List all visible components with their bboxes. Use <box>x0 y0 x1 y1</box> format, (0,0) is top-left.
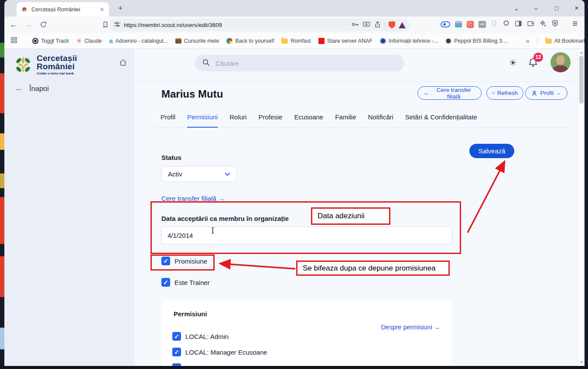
forward-button[interactable]: → <box>23 19 34 30</box>
bookmark-stare-server-anaf[interactable]: Stare server ANAF <box>318 38 373 44</box>
location-pin-icon[interactable] <box>491 20 498 29</box>
tab-familie[interactable]: Familie <box>335 113 356 127</box>
adservio-icon: a <box>109 38 113 44</box>
permissions-card: Permisiuni Despre permisiuni → ✓ LOCAL: … <box>161 300 452 366</box>
tab-profil[interactable]: Profil <box>161 113 175 127</box>
peppol-icon <box>445 38 451 44</box>
browser-menu-icon[interactable]: ≡ <box>572 18 578 29</box>
claude-icon: ✳ <box>76 38 82 44</box>
extensions-row: </> <box>441 20 559 29</box>
share-icon[interactable] <box>374 21 381 30</box>
window-close-button[interactable]: × <box>571 3 583 14</box>
tab-close-icon[interactable]: × <box>99 6 105 13</box>
person-icon <box>531 90 537 96</box>
tab-setari-confidentialitate[interactable]: Setări & Confidențialitate <box>405 113 477 127</box>
notification-badge: 12 <box>533 53 543 62</box>
save-button[interactable]: Salvează <box>469 144 514 158</box>
screenshot-extension-icon[interactable] <box>467 21 474 28</box>
permissions-title: Permisiuni <box>174 310 207 318</box>
trainer-checkbox-row[interactable]: ✓ Este Trainer <box>161 278 210 287</box>
bookmark-toggl-track[interactable]: Toggl Track <box>32 38 69 44</box>
bookmark-romfast[interactable]: Romfast <box>281 38 311 44</box>
annotation-rect-date-section <box>150 201 461 254</box>
wallet-icon[interactable] <box>527 20 534 29</box>
leo-ai-sparkle-icon[interactable] <box>539 20 547 29</box>
printer-extension-icon[interactable] <box>455 21 462 27</box>
all-bookmarks-button[interactable]: All Bookmarks <box>537 37 585 45</box>
status-label: Status <box>161 154 181 161</box>
scroll-down-icon[interactable]: ▼ <box>578 360 585 364</box>
sidebar-panel-icon[interactable] <box>515 20 522 29</box>
status-select[interactable]: Activ <box>161 166 237 182</box>
colorful-icon <box>226 38 232 44</box>
local-admin-checkbox[interactable]: ✓ <box>172 332 181 341</box>
tab-roluri[interactable]: Roluri <box>229 113 246 127</box>
bookmark-adservio[interactable]: a Adservio - catalogul... <box>109 38 168 44</box>
back-nav-link[interactable]: ← Înapoi <box>15 84 49 93</box>
apps-grid-icon[interactable] <box>10 37 17 45</box>
about-permissions-link[interactable]: Despre permisiuni → <box>381 324 440 331</box>
divider <box>134 81 578 81</box>
refresh-button[interactable]: Refresh <box>486 86 523 100</box>
org-tagline: Creăm o lume mai bună <box>37 71 77 75</box>
code-extension-icon[interactable]: </> <box>479 21 486 28</box>
window-minimize-button[interactable]: – <box>530 3 542 14</box>
home-icon[interactable] <box>119 58 127 68</box>
search-input[interactable] <box>215 60 397 67</box>
reload-button[interactable] <box>38 20 49 32</box>
org-logo[interactable]: Cercetașii României Creăm o lume mai bun… <box>13 54 77 75</box>
scrollbar-thumb[interactable] <box>579 56 584 104</box>
url-bar[interactable]: https://membri.scout.ro/users/edit/3609 … <box>109 19 410 31</box>
desktop-icon-fragment <box>0 197 4 244</box>
scroll-up-icon[interactable]: ▲ <box>578 51 585 54</box>
user-avatar[interactable] <box>550 52 571 72</box>
bookmark-back-to-yourself[interactable]: Back to yourself <box>226 38 274 44</box>
site-favicon-icon <box>21 6 28 13</box>
web-page: Cercetașii României Creăm o lume mai bun… <box>4 49 585 366</box>
window-maximize-button[interactable]: □ <box>550 3 563 14</box>
password-key-icon[interactable] <box>351 21 359 30</box>
desktop-icon-fragment <box>0 173 4 188</box>
arrow-to-promise-checkbox <box>221 264 295 269</box>
extensions-puzzle-icon[interactable] <box>503 20 510 29</box>
local-manager-ecusoane-checkbox[interactable]: ✓ <box>172 348 181 356</box>
bookmarks-overflow-icon[interactable]: » <box>526 37 530 44</box>
theme-toggle-sun-icon[interactable]: ☀ <box>509 58 517 68</box>
browser-toolbar: ← → https://membri.scout.ro/users/edit/3… <box>4 17 585 33</box>
desktop-icon-fragment <box>0 133 4 150</box>
toggl-extension-icon[interactable] <box>441 21 450 27</box>
back-button[interactable]: ← <box>8 19 19 30</box>
permission-row-local-admin[interactable]: ✓ LOCAL: Admin <box>172 332 229 341</box>
transfer-branch-button[interactable]: ↔ Cere transfer filială <box>417 86 482 100</box>
permission-row-local-manager-ecusoane[interactable]: ✓ LOCAL: Manager Ecusoane <box>172 348 267 356</box>
window-menu-chevron-icon[interactable]: ⌄ <box>510 3 523 14</box>
annotation-rect-promise <box>150 254 215 271</box>
url-text[interactable]: https://membri.scout.ro/users/edit/3609 <box>124 22 348 28</box>
bookmark-cursurile-mele[interactable]: Cursurile mele <box>175 38 219 44</box>
bookmark-informatii-tehnice[interactable]: Informații tehnice -... <box>380 38 438 44</box>
brave-shield-icon[interactable]: 2 <box>389 21 395 29</box>
search-icon <box>202 58 210 68</box>
install-app-icon[interactable] <box>362 21 370 30</box>
page-scrollbar[interactable]: ▲ ▼ <box>578 49 585 366</box>
profile-button[interactable]: Profil → <box>525 86 567 100</box>
tab-profesie[interactable]: Profesie <box>258 113 282 127</box>
brave-rewards-icon[interactable] <box>399 22 406 28</box>
bookmark-peppol[interactable]: Peppol BIS Billing 3.... <box>445 38 508 44</box>
browser-tab[interactable]: Cercetașii României × <box>17 2 109 17</box>
tab-notificari[interactable]: Notificări <box>368 113 393 127</box>
tab-permisiuni[interactable]: Permisiuni <box>187 113 218 128</box>
trainer-checkbox[interactable]: ✓ <box>161 278 170 287</box>
bookmark-claude[interactable]: ✳ Claude <box>76 38 102 44</box>
privacy-shield-icon[interactable] <box>551 20 559 29</box>
bookmarks-bar: Toggl Track ✳ Claude a Adservio - catalo… <box>4 33 585 49</box>
notifications-bell[interactable]: 12 <box>527 57 539 71</box>
new-tab-button[interactable]: + <box>115 3 126 14</box>
chevron-down-icon <box>225 173 230 176</box>
tab-ecusoane[interactable]: Ecusoane <box>294 113 323 127</box>
red-square-icon <box>318 38 325 44</box>
browser-window: Cercetașii României × + ⌄ – □ × ← → h <box>4 0 585 366</box>
search-bar[interactable] <box>195 55 404 71</box>
org-name-line1: Cercetașii <box>37 54 77 62</box>
site-settings-icon[interactable] <box>113 21 120 30</box>
